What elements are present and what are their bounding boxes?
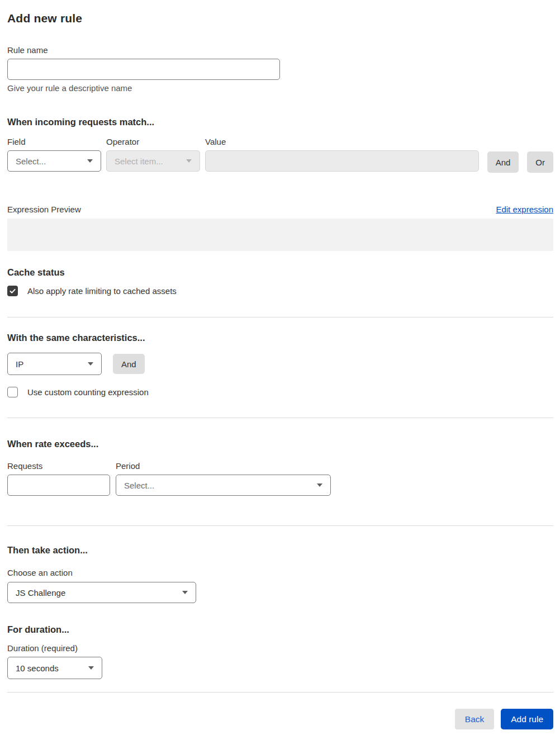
characteristic-select-value: IP (16, 359, 23, 369)
value-input (205, 150, 479, 172)
characteristic-select[interactable]: IP (7, 353, 102, 375)
rule-name-input[interactable] (7, 59, 280, 80)
field-label: Field (7, 137, 101, 146)
duration-label: Duration (required) (7, 643, 553, 653)
add-rule-button[interactable]: Add rule (501, 709, 553, 729)
operator-select-value: Select item... (115, 157, 163, 166)
rate-heading: When rate exceeds... (7, 439, 553, 449)
period-column: Period Select... (116, 461, 331, 496)
back-button[interactable]: Back (455, 709, 494, 729)
value-column: Value (205, 137, 479, 173)
chevron-down-icon (88, 362, 93, 366)
field-column: Field Select... (7, 137, 101, 173)
cached-assets-row: Also apply rate limiting to cached asset… (7, 286, 553, 296)
add-rule-form: Add new rule Rule name Give your rule a … (0, 0, 560, 729)
action-section: Then take action... Choose an action JS … (7, 545, 553, 603)
cache-status-heading: Cache status (7, 267, 553, 278)
match-section: When incoming requests match... Field Se… (7, 117, 553, 251)
match-row: Field Select... Operator Select item... … (7, 137, 553, 173)
chevron-down-icon (186, 159, 192, 163)
operator-label: Operator (106, 137, 200, 146)
requests-column: Requests (7, 461, 110, 496)
custom-counting-label: Use custom counting expression (27, 387, 149, 397)
or-button[interactable]: Or (527, 151, 553, 173)
duration-heading: For duration... (7, 624, 553, 635)
cached-assets-checkbox[interactable] (7, 286, 18, 296)
action-select[interactable]: JS Challenge (7, 582, 196, 603)
rate-row: Requests Period Select... (7, 461, 553, 496)
characteristics-heading: With the same characteristics... (7, 333, 553, 343)
cached-assets-label: Also apply rate limiting to cached asset… (27, 286, 177, 296)
expression-preview-row: Expression Preview Edit expression (7, 205, 553, 214)
form-footer: Back Add rule (7, 692, 553, 729)
and-button[interactable]: And (487, 151, 519, 173)
divider (7, 317, 553, 317)
expression-preview-box (7, 219, 553, 251)
action-heading: Then take action... (7, 545, 553, 556)
cache-status-section: Cache status Also apply rate limiting to… (7, 267, 553, 296)
edit-expression-link[interactable]: Edit expression (496, 205, 553, 214)
requests-label: Requests (7, 461, 110, 471)
match-heading: When incoming requests match... (7, 117, 553, 127)
value-label: Value (205, 137, 479, 146)
period-select-value: Select... (124, 481, 154, 490)
chevron-down-icon (317, 483, 322, 487)
operator-select: Select item... (106, 150, 200, 172)
field-select[interactable]: Select... (7, 150, 101, 172)
expression-preview-label: Expression Preview (7, 205, 81, 214)
period-select[interactable]: Select... (116, 475, 331, 496)
duration-select[interactable]: 10 seconds (7, 657, 102, 679)
period-label: Period (116, 461, 331, 471)
custom-counting-row: Use custom counting expression (7, 387, 553, 397)
characteristics-row: IP And (7, 353, 553, 375)
check-icon (9, 287, 16, 295)
divider (7, 525, 553, 526)
rule-name-label: Rule name (7, 45, 553, 55)
chevron-down-icon (88, 666, 94, 670)
requests-input[interactable] (7, 475, 110, 496)
action-select-value: JS Challenge (16, 588, 65, 598)
field-select-value: Select... (16, 157, 46, 166)
page-title: Add new rule (7, 12, 553, 25)
and-or-buttons: And Or (487, 151, 553, 173)
action-label: Choose an action (7, 568, 553, 577)
chevron-down-icon (182, 591, 188, 594)
duration-section: For duration... Duration (required) 10 s… (7, 624, 553, 679)
characteristics-section: With the same characteristics... IP And … (7, 333, 553, 397)
operator-column: Operator Select item... (106, 137, 200, 173)
chevron-down-icon (87, 159, 93, 163)
duration-select-value: 10 seconds (16, 663, 59, 673)
divider (7, 418, 553, 418)
rule-name-block: Rule name Give your rule a descriptive n… (7, 45, 553, 93)
custom-counting-checkbox[interactable] (7, 387, 18, 397)
characteristic-and-button[interactable]: And (113, 354, 145, 374)
rate-section: When rate exceeds... Requests Period Sel… (7, 439, 553, 496)
rule-name-helper: Give your rule a descriptive name (7, 83, 553, 93)
